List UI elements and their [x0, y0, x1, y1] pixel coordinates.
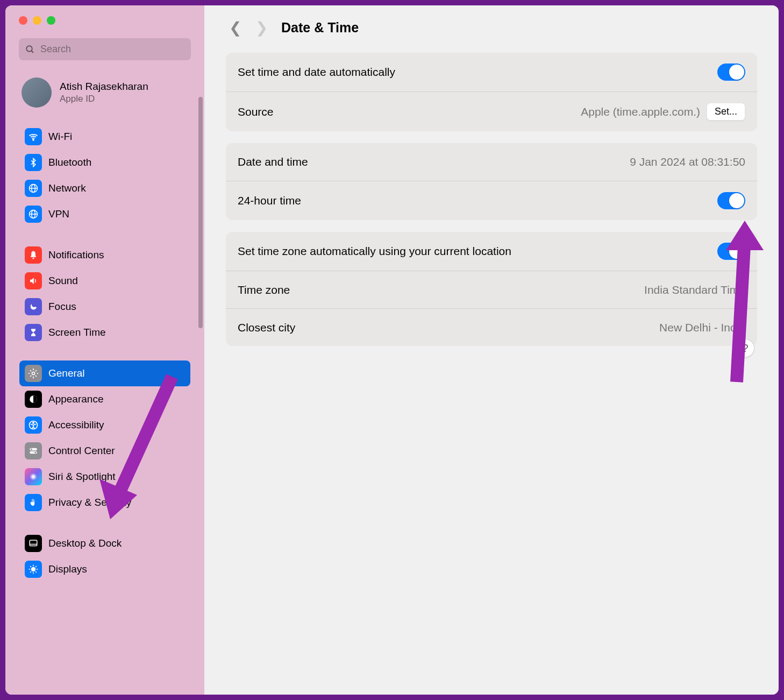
datetime-value: 9 Jan 2024 at 08:31:50	[630, 155, 745, 168]
vpn-icon	[25, 206, 42, 223]
maximize-window-button[interactable]	[47, 16, 55, 25]
sidebar-item-label: Control Center	[48, 445, 115, 457]
sidebar-item-accessibility[interactable]: Accessibility	[19, 412, 190, 438]
sidebar-item-controlcenter[interactable]: Control Center	[19, 438, 190, 464]
sidebar-item-network[interactable]: Network	[19, 175, 190, 201]
content-header: ❮ ❯ Date & Time	[226, 5, 757, 53]
help-button[interactable]: ?	[736, 339, 754, 357]
sidebar-item-notifications[interactable]: Notifications	[19, 242, 190, 268]
user-name: Atish Rajasekharan	[60, 81, 148, 93]
bell-icon	[25, 246, 42, 264]
sidebar-item-label: Desktop & Dock	[48, 538, 122, 549]
svg-point-10	[32, 372, 35, 375]
sidebar-item-displays[interactable]: Displays	[19, 556, 190, 582]
settings-group-datetime: Date and time 9 Jan 2024 at 08:31:50 24-…	[226, 143, 757, 220]
appearance-icon	[25, 391, 42, 408]
hour24-toggle[interactable]	[717, 192, 745, 209]
svg-point-20	[31, 567, 35, 571]
sidebar-item-sound[interactable]: Sound	[19, 268, 190, 294]
auto-timezone-toggle[interactable]	[717, 243, 745, 260]
user-profile[interactable]: Atish Rajasekharan Apple ID	[5, 71, 204, 121]
dock-icon	[25, 535, 42, 552]
svg-point-13	[33, 422, 34, 424]
settings-window: Atish Rajasekharan Apple ID Wi-Fi Blueto…	[5, 5, 779, 695]
sidebar-item-siri[interactable]: Siri & Spotlight	[19, 464, 190, 490]
sidebar-item-label: Sound	[48, 275, 78, 287]
sidebar-item-label: Privacy & Security	[48, 497, 131, 508]
speaker-icon	[25, 272, 42, 289]
sidebar-item-label: VPN	[48, 208, 69, 220]
bluetooth-icon	[25, 154, 42, 171]
hand-icon	[25, 494, 42, 511]
sidebar-item-general[interactable]: General	[19, 360, 190, 386]
content-pane: ❮ ❯ Date & Time Set time and date automa…	[204, 5, 779, 695]
row-auto-timezone: Set time zone automatically using your c…	[226, 232, 757, 271]
sidebar-item-wifi[interactable]: Wi-Fi	[19, 124, 190, 150]
row-label: Set time and date automatically	[238, 66, 395, 79]
svg-line-1	[31, 51, 33, 53]
toggles-icon	[25, 442, 42, 459]
sidebar-item-desktop[interactable]: Desktop & Dock	[19, 531, 190, 556]
sidebar-item-screentime[interactable]: Screen Time	[19, 320, 190, 345]
svg-point-16	[31, 449, 32, 450]
sidebar-item-label: Wi-Fi	[48, 131, 72, 143]
minimize-window-button[interactable]	[33, 16, 41, 25]
forward-button[interactable]: ❯	[255, 19, 268, 37]
svg-point-9	[33, 258, 34, 259]
sidebar-item-privacy[interactable]: Privacy & Security	[19, 490, 190, 515]
row-timezone: Time zone India Standard Time	[226, 271, 757, 308]
sidebar-item-label: Appearance	[48, 393, 103, 405]
window-controls	[5, 5, 204, 33]
sidebar-scrollbar[interactable]	[198, 97, 203, 328]
row-datetime: Date and time 9 Jan 2024 at 08:31:50	[226, 143, 757, 181]
sidebar: Atish Rajasekharan Apple ID Wi-Fi Blueto…	[5, 5, 204, 695]
svg-point-0	[26, 46, 32, 52]
search-box[interactable]	[19, 38, 191, 60]
wifi-icon	[25, 128, 42, 145]
accessibility-icon	[25, 416, 42, 434]
search-input[interactable]	[40, 44, 184, 55]
row-label: 24-hour time	[238, 194, 301, 207]
network-icon	[25, 180, 42, 197]
svg-rect-18	[30, 540, 37, 546]
sidebar-item-vpn[interactable]: VPN	[19, 201, 190, 227]
siri-icon	[25, 468, 42, 485]
sidebar-item-bluetooth[interactable]: Bluetooth	[19, 150, 190, 175]
row-city: Closest city New Delhi - India	[226, 308, 757, 346]
sidebar-item-label: Siri & Spotlight	[48, 471, 116, 483]
source-value: Apple (time.apple.com.)	[581, 105, 700, 118]
sidebar-item-focus[interactable]: Focus	[19, 294, 190, 320]
sidebar-item-label: Focus	[48, 301, 76, 313]
auto-time-toggle[interactable]	[717, 63, 745, 81]
close-window-button[interactable]	[19, 16, 27, 25]
set-source-button[interactable]: Set...	[707, 103, 745, 121]
search-icon	[25, 45, 35, 54]
svg-point-17	[34, 452, 36, 454]
row-label: Time zone	[238, 284, 290, 296]
display-icon	[25, 561, 42, 578]
gear-icon	[25, 365, 42, 382]
avatar	[22, 77, 52, 108]
sidebar-item-label: Notifications	[48, 249, 104, 261]
sidebar-item-appearance[interactable]: Appearance	[19, 386, 190, 412]
timezone-value: India Standard Time	[644, 284, 745, 296]
row-label: Date and time	[238, 155, 308, 168]
settings-group-time: Set time and date automatically Source A…	[226, 53, 757, 131]
city-value: New Delhi - India	[659, 321, 745, 334]
moon-icon	[25, 298, 42, 315]
sidebar-item-label: General	[48, 367, 85, 379]
row-24hour: 24-hour time	[226, 181, 757, 220]
settings-group-timezone: Set time zone automatically using your c…	[226, 232, 757, 346]
sidebar-item-label: Bluetooth	[48, 157, 91, 168]
row-value-container: Apple (time.apple.com.) Set...	[581, 103, 745, 121]
row-label: Closest city	[238, 321, 295, 334]
sidebar-item-label: Screen Time	[48, 327, 106, 338]
row-label: Source	[238, 105, 274, 118]
back-button[interactable]: ❮	[229, 19, 241, 37]
sidebar-item-label: Displays	[48, 563, 87, 575]
row-source: Source Apple (time.apple.com.) Set...	[226, 91, 757, 131]
svg-point-2	[33, 139, 34, 140]
sidebar-item-label: Accessibility	[48, 419, 104, 431]
row-label: Set time zone automatically using your c…	[238, 245, 511, 258]
row-auto-time: Set time and date automatically	[226, 53, 757, 91]
